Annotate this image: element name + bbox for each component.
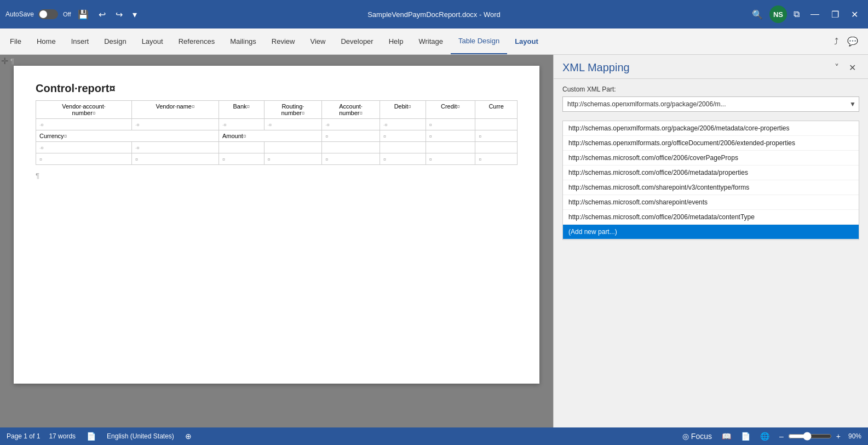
td-3-7 (426, 142, 475, 153)
th-routing: Routing·number¤ (264, 101, 322, 119)
tab-references[interactable]: References (171, 28, 222, 54)
avatar[interactable]: NS (769, 5, 787, 23)
xml-list-item-1[interactable]: http://schemas.openxmlformats.org/office… (563, 136, 859, 151)
xml-custom-part-label: Custom XML Part: (562, 85, 859, 93)
app-name: Word (484, 10, 501, 19)
track-changes-icon[interactable]: ⊕ (183, 431, 194, 442)
td-2-8: ¤ (475, 130, 518, 142)
document-table: Vendor·account·number¤ Vendor·name¤ Bank… (36, 100, 518, 165)
td-4-4: ¤ (264, 153, 322, 165)
td-1-7: ¤ (426, 119, 475, 130)
xml-dropdown-wrapper: http://schemas.openxmlformats.org/packag… (562, 96, 859, 112)
td-2-amount: Amount¤ (219, 130, 321, 142)
search-button[interactable]: 🔍 (749, 7, 766, 22)
word-count-icon[interactable]: 📄 (84, 431, 98, 442)
tab-home[interactable]: Home (29, 28, 64, 54)
undo-button[interactable]: ↩ (95, 7, 109, 22)
tab-writage[interactable]: Writage (411, 28, 451, 54)
xml-list-item-3[interactable]: http://schemas.microsoft.com/office/2006… (563, 166, 859, 180)
save-button[interactable]: 💾 (74, 7, 92, 22)
xml-list-item-6[interactable]: http://schemas.microsoft.com/office/2006… (563, 210, 859, 225)
td-4-5: ¤ (322, 153, 380, 165)
minimize-button[interactable]: — (806, 7, 824, 21)
tab-help[interactable]: Help (381, 28, 411, 54)
status-bar-right: ◎ Focus 📖 📄 🌐 – + 90% (680, 431, 861, 442)
comments-icon[interactable]: 💬 (844, 34, 861, 49)
separator: - (479, 10, 484, 19)
web-layout-icon[interactable]: 🌐 (758, 431, 772, 442)
title-bar-right: 🔍 NS ⧉ — ❐ ✕ (651, 5, 863, 23)
tab-view[interactable]: View (302, 28, 333, 54)
tab-layout[interactable]: Layout (134, 28, 171, 54)
page-info: Page 1 of 1 (7, 432, 40, 440)
xml-panel-header: XML Mapping ˅ ✕ (554, 55, 868, 79)
xml-list-item-4[interactable]: http://schemas.microsoft.com/sharepoint/… (563, 180, 859, 195)
zoom-out-button[interactable]: – (777, 431, 786, 442)
focus-button[interactable]: ◎ Focus (680, 431, 714, 442)
end-paragraph-mark: ¶ (36, 172, 518, 180)
share-icon[interactable]: ⤴ (831, 35, 842, 49)
toggle-state-label: Off (63, 11, 71, 18)
td-3-3 (219, 142, 264, 153)
move-icon[interactable]: ✛ (1, 56, 8, 66)
table-row-1: ·¤ ·¤ ·¤ ·¤ ·¤ ·¤ ¤ (36, 119, 518, 130)
xml-list-item-0[interactable]: http://schemas.openxmlformats.org/packag… (563, 121, 859, 136)
language: English (United States) (107, 432, 174, 440)
read-mode-icon[interactable]: 📖 (720, 431, 733, 442)
xml-panel-controls: ˅ ✕ (831, 61, 859, 74)
th-acct-number: Account·number¤ (322, 101, 380, 119)
document-page: Control·report¤ Vendor·account·number¤ V… (14, 66, 539, 384)
td-1-4: ·¤ (264, 119, 322, 130)
document-area: ✛ ¶ Control·report¤ Vendor·account·numbe… (0, 55, 553, 427)
tab-table-design[interactable]: Table Design (451, 28, 507, 54)
focus-icon: ◎ (682, 432, 689, 441)
tab-review[interactable]: Review (264, 28, 303, 54)
ribbon-right: ⤴ 💬 (831, 34, 866, 49)
title-bar-left: AutoSave Off 💾 ↩ ↪ ▾ (5, 7, 217, 22)
report-title: Control·report¤ (36, 82, 518, 95)
xml-part-dropdown[interactable]: http://schemas.openxmlformats.org/packag… (562, 96, 859, 112)
xml-list-item-2[interactable]: http://schemas.microsoft.com/office/2006… (563, 151, 859, 166)
td-1-2: ·¤ (132, 119, 219, 130)
redo-button[interactable]: ↪ (112, 7, 126, 22)
td-4-2: ¤ (132, 153, 219, 165)
tab-file[interactable]: File (2, 28, 29, 54)
xml-list-item-add[interactable]: (Add new part...) (563, 225, 859, 239)
td-1-1: ·¤ (36, 119, 132, 130)
tab-insert[interactable]: Insert (64, 28, 97, 54)
th-bank: Bank¤ (219, 101, 264, 119)
maximize-button[interactable]: ❐ (827, 7, 843, 22)
tab-table-layout[interactable]: Layout (507, 28, 546, 54)
doc-toolbar: ✛ ¶ (1, 56, 14, 66)
td-2-5: ¤ (322, 130, 380, 142)
zoom-slider[interactable] (788, 432, 832, 441)
tab-developer[interactable]: Developer (333, 28, 381, 54)
autosave-label: AutoSave (5, 10, 34, 18)
xml-list-item-5[interactable]: http://schemas.microsoft.com/sharepoint/… (563, 195, 859, 210)
td-2-7: ¤ (426, 130, 475, 142)
td-4-6: ¤ (380, 153, 426, 165)
close-button[interactable]: ✕ (847, 7, 863, 22)
td-3-2: ·¤ (132, 142, 219, 153)
toggle-knob (39, 10, 47, 18)
xml-options-list: http://schemas.openxmlformats.org/packag… (562, 121, 859, 240)
tab-mailings[interactable]: Mailings (222, 28, 264, 54)
table-row-2: Currency¤ Amount¤ ¤ ¤ ¤ ¤ (36, 130, 518, 142)
autosave-toggle[interactable] (38, 9, 58, 19)
paragraph-mark-top: ¶ (10, 57, 14, 65)
print-layout-icon[interactable]: 📄 (739, 431, 752, 442)
customize-button[interactable]: ▾ (129, 7, 140, 22)
tab-design[interactable]: Design (96, 28, 134, 54)
main-layout: ✛ ¶ Control·report¤ Vendor·account·numbe… (0, 55, 868, 427)
xml-panel-close-button[interactable]: ✕ (846, 61, 859, 74)
td-1-3: ·¤ (219, 119, 264, 130)
table-row-3: ·¤ ·¤ (36, 142, 518, 153)
filename: SampleVendPaymDocReport.docx (367, 10, 477, 19)
zoom-in-button[interactable]: + (834, 431, 843, 442)
xml-panel-collapse-button[interactable]: ˅ (831, 61, 842, 74)
th-vendor: Vendor·name¤ (132, 101, 219, 119)
restore-window-button[interactable]: ⧉ (790, 7, 803, 21)
td-4-7: ¤ (426, 153, 475, 165)
xml-panel-title: XML Mapping (562, 61, 831, 74)
td-4-8: ¤ (475, 153, 518, 165)
